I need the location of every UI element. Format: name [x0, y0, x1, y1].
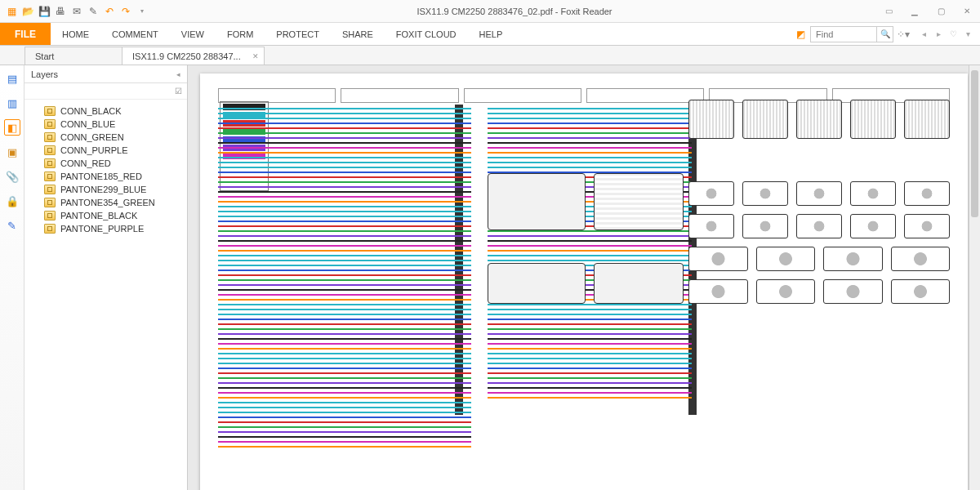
pages-panel-icon[interactable]: ▥ [4, 95, 20, 111]
close-tab-icon[interactable]: ✕ [252, 52, 259, 60]
layer-label: CONN_RED [60, 158, 111, 168]
find-menu-icon[interactable]: ▾ [962, 29, 973, 38]
layers-panel-title: Layers [31, 69, 58, 79]
tab-comment[interactable]: COMMENT [100, 23, 170, 45]
tab-view[interactable]: VIEW [170, 23, 216, 45]
main-area: ▤ ▥ ◧ ▣ 📎 🔒 ✎ Layers ◂ ☑ CONN_BLACK CONN… [0, 65, 980, 490]
find-nav: ◂ ▸ ♡ ▾ [918, 29, 973, 38]
window-title: ISX11.9 CM2250 2883476_02.pdf - Foxit Re… [149, 7, 880, 16]
find-options-icon[interactable]: ⁘▾ [897, 28, 910, 41]
panel-collapse-icon[interactable]: ◂ [176, 70, 180, 78]
layer-label: CONN_PURPLE [60, 145, 128, 155]
ribbon-toggle-icon[interactable]: ▭ [880, 5, 897, 18]
layer-visibility-icon[interactable] [44, 119, 56, 129]
layer-label: PANTONE354_GREEN [60, 198, 155, 207]
layer-label: CONN_GREEN [60, 132, 124, 142]
layers-list: CONN_BLACK CONN_BLUE CONN_GREEN CONN_PUR… [24, 100, 187, 490]
document-tabs: Start ISX11.9 CM2250 288347... ✕ [0, 46, 980, 65]
layer-label: PANTONE185_RED [60, 172, 142, 181]
find-config-icon[interactable]: ◩ [794, 28, 807, 41]
security-panel-icon[interactable]: 🔒 [4, 193, 20, 209]
find-box: 🔍 [810, 26, 893, 42]
layer-item[interactable]: PANTONE_BLACK [28, 209, 184, 222]
layer-visibility-icon[interactable] [44, 172, 56, 181]
connector-grid [688, 100, 950, 139]
layer-item[interactable]: CONN_RED [28, 157, 184, 170]
layer-item[interactable]: PANTONE_PURPLE [28, 222, 184, 235]
layer-label: PANTONE_BLACK [60, 211, 137, 220]
find-prev-icon[interactable]: ◂ [918, 29, 929, 38]
window-controls: ▭ ▁ ▢ ✕ [880, 5, 975, 18]
tab-help[interactable]: HELP [468, 23, 514, 45]
ecm-module [488, 173, 586, 230]
undo-icon[interactable]: ↶ [103, 5, 116, 18]
tab-share[interactable]: SHARE [331, 23, 385, 45]
app-icon: ▦ [5, 5, 18, 18]
redo-icon[interactable]: ↷ [119, 5, 132, 18]
layers-toolbar: ☑ [24, 83, 187, 100]
file-tab[interactable]: FILE [0, 23, 51, 45]
document-tab-label: ISX11.9 CM2250 288347... [132, 51, 241, 61]
close-button[interactable]: ✕ [959, 5, 975, 18]
layer-label: PANTONE_PURPLE [60, 224, 144, 234]
start-tab-label: Start [35, 51, 54, 61]
pdf-page: AUTOREPAIR MANUALS.us [200, 74, 968, 490]
layer-label: CONN_BLUE [60, 119, 115, 129]
find-input[interactable] [811, 29, 876, 39]
scrollbar-thumb[interactable] [971, 70, 978, 217]
signatures-panel-icon[interactable]: ✎ [4, 217, 20, 234]
layer-item[interactable]: CONN_GREEN [28, 131, 184, 144]
layer-visibility-icon[interactable] [44, 145, 56, 155]
qat-dropdown-icon[interactable]: ▾ [136, 5, 149, 18]
bookmarks-panel-icon[interactable]: ▤ [4, 70, 20, 87]
layer-label: CONN_BLACK [60, 106, 122, 116]
layers-panel: Layers ◂ ☑ CONN_BLACK CONN_BLUE CONN_GRE… [24, 65, 188, 490]
ribbon-tabs: FILE HOME COMMENT VIEW FORM PROTECT SHAR… [0, 23, 980, 46]
navigation-rail: ▤ ▥ ◧ ▣ 📎 🔒 ✎ [0, 65, 24, 490]
tab-form[interactable]: FORM [216, 23, 265, 45]
layer-item[interactable]: PANTONE354_GREEN [28, 196, 184, 209]
start-tab[interactable]: Start [24, 47, 122, 65]
layer-item[interactable]: PANTONE299_BLUE [28, 183, 184, 196]
maximize-button[interactable]: ▢ [933, 5, 949, 18]
find-submit-icon[interactable]: 🔍 [876, 27, 893, 42]
save-icon[interactable]: 💾 [38, 5, 51, 18]
layer-item[interactable]: CONN_BLUE [28, 118, 184, 131]
layer-item[interactable]: PANTONE185_RED [28, 170, 184, 183]
connector-grid [688, 247, 950, 304]
find-toolbar: ◩ 🔍 ⁘▾ ◂ ▸ ♡ ▾ [794, 23, 980, 45]
tab-home[interactable]: HOME [51, 23, 100, 45]
print-icon[interactable]: 🖶 [54, 5, 67, 18]
minimize-button[interactable]: ▁ [906, 5, 923, 18]
tab-foxit-cloud[interactable]: FOXIT CLOUD [385, 23, 468, 45]
vertical-scrollbar[interactable] [969, 65, 980, 490]
ecm-module [594, 173, 684, 230]
tool-icon[interactable]: ✎ [87, 5, 100, 18]
document-tab[interactable]: ISX11.9 CM2250 288347... ✕ [122, 47, 265, 65]
wire-bundle-left [218, 105, 471, 490]
comments-panel-icon[interactable]: ▣ [4, 144, 20, 160]
document-viewport[interactable]: AUTOREPAIR MANUALS.us [188, 65, 980, 490]
layer-visibility-icon[interactable] [44, 158, 56, 168]
layer-visibility-icon[interactable] [44, 211, 56, 220]
layer-visibility-icon[interactable] [44, 185, 56, 194]
title-bar: ▦ 📂 💾 🖶 ✉ ✎ ↶ ↷ ▾ ISX11.9 CM2250 2883476… [0, 0, 980, 23]
layer-visibility-icon[interactable] [44, 224, 56, 234]
layer-item[interactable]: CONN_PURPLE [28, 144, 184, 157]
attachments-panel-icon[interactable]: 📎 [4, 168, 20, 185]
find-next-icon[interactable]: ▸ [933, 29, 944, 38]
tab-protect[interactable]: PROTECT [265, 23, 331, 45]
layer-visibility-icon[interactable] [44, 198, 56, 207]
email-icon[interactable]: ✉ [70, 5, 83, 18]
controller-module [488, 263, 586, 304]
layer-item[interactable]: CONN_BLACK [28, 105, 184, 118]
layer-visibility-icon[interactable] [44, 106, 56, 116]
layers-panel-icon[interactable]: ◧ [4, 119, 20, 136]
wiring-diagram [210, 83, 958, 490]
find-like-icon[interactable]: ♡ [947, 29, 959, 38]
layers-options-icon[interactable]: ☑ [175, 87, 182, 96]
open-icon[interactable]: 📂 [21, 5, 34, 18]
layer-visibility-icon[interactable] [44, 132, 56, 142]
layer-label: PANTONE299_BLUE [60, 185, 146, 194]
controller-module [594, 263, 684, 304]
